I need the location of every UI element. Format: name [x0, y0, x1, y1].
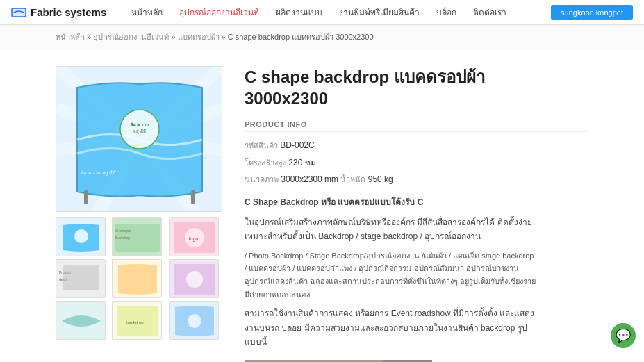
- sku-value: BD-002C: [280, 140, 314, 150]
- spec-row-1: รหัสสินค้า BD-002C: [245, 139, 588, 151]
- product-description: C Shape Backdrop หรือ แบคดรอปแบบโค้งรับ …: [245, 195, 536, 349]
- nav-premium[interactable]: งานพิมพ์พรีเมียมสินค้า: [331, 0, 428, 25]
- chat-bubble[interactable]: 💬: [611, 323, 636, 348]
- svg-point-35: [186, 271, 203, 288]
- thumb-4[interactable]: Product detail: [56, 259, 106, 298]
- main-image-svg: ลัด ความ อยู่ ดีมี ลัด ความ อยู่ ดีมี: [56, 67, 222, 211]
- nav-contact[interactable]: ติดต่อเรา: [465, 0, 515, 25]
- breadcrumb-current: C shape backdrop แบคดรอปผ้า 3000x2300: [228, 33, 374, 41]
- desc-3: สามารถใช้งานสินค้าการแสดง หร้อยการ Event…: [245, 306, 536, 349]
- thumb-9[interactable]: [169, 301, 219, 340]
- nav-production[interactable]: ผลิตงานแบบ: [267, 0, 331, 25]
- nav-home[interactable]: หน้าหลัก: [123, 0, 171, 25]
- thumb-7[interactable]: [56, 301, 106, 340]
- svg-text:logo: logo: [189, 236, 198, 242]
- logo-icon: [11, 5, 26, 20]
- spec-size: ขนาดภาพ 3000x2300 mm น้ำหนัก 950 kg: [245, 173, 393, 186]
- weight-value: 950 kg: [368, 174, 393, 184]
- product-title: C shape backdrop แบคดรอปผ้า 3000x2300: [245, 66, 588, 109]
- svg-point-41: [188, 314, 201, 328]
- desc-title: C Shape Backdrop หรือ แบคดรอปแบบโค้งรับ …: [245, 195, 536, 209]
- svg-text:ลัด ความ: ลัด ความ: [130, 122, 150, 127]
- thumb-5[interactable]: [112, 259, 162, 298]
- thumb-3[interactable]: logo: [169, 217, 219, 256]
- thumb-1[interactable]: [56, 217, 106, 256]
- breadcrumb-backdrop[interactable]: แบคดรอปผ้า: [178, 33, 220, 41]
- header: Fabric systems หน้าหลัก อุปกรณ์ออกงานอีเ…: [0, 0, 644, 25]
- desc-2: / Photo Backdrop / Stage Backdrop/อุปกรณ…: [245, 249, 536, 302]
- sku-label: รหัสสินค้า: [245, 141, 278, 149]
- thumb-6[interactable]: [169, 259, 219, 298]
- chat-icon: 💬: [616, 328, 631, 343]
- size-value: 3000x2300 mm: [281, 174, 338, 184]
- svg-text:backdrop: backdrop: [126, 320, 144, 324]
- thumbnail-grid: C-shape Backdrop logo Product detail: [56, 217, 222, 340]
- product-title-text: C shape backdrop แบคดรอปผ้า 3000x2300: [245, 67, 485, 108]
- size-label: ขนาดภาพ: [245, 175, 279, 183]
- product-gallery: ลัด ความ อยู่ ดีมี ลัด ความ อยู่ ดีมี: [56, 66, 222, 362]
- product-info-label: PRODUCT INFO: [245, 120, 588, 132]
- spec-row-3: ขนาดภาพ 3000x2300 mm น้ำหนัก 950 kg: [245, 173, 588, 186]
- logo-text: Fabric systems: [31, 6, 106, 18]
- nav-blog[interactable]: บล็อก: [428, 0, 465, 25]
- frame-label: โครงสร้างสูง: [245, 158, 286, 167]
- svg-rect-15: [84, 190, 88, 204]
- frame-value: 230 ซม: [288, 158, 315, 167]
- thumb-8[interactable]: backdrop: [112, 301, 162, 340]
- svg-rect-31: [63, 265, 99, 290]
- spec-row-2: โครงสร้างสูง 230 ซม: [245, 156, 588, 169]
- product-detail: C shape backdrop แบคดรอปผ้า 3000x2300 PR…: [245, 66, 588, 362]
- desc-1: ในอุปกรณ์เสริมสร้างภาพลักษณ์บริษัทหรืออง…: [245, 215, 536, 244]
- breadcrumb-home[interactable]: หน้าหลัก: [56, 33, 85, 41]
- svg-point-19: [74, 229, 88, 243]
- logo[interactable]: Fabric systems: [11, 5, 106, 20]
- svg-rect-23: [115, 224, 160, 252]
- thumb-2[interactable]: C-shape Backdrop: [112, 217, 162, 256]
- svg-text:อยู่ ดีมี: อยู่ ดีมี: [133, 129, 146, 134]
- spec-sku: รหัสสินค้า BD-002C: [245, 139, 315, 151]
- breadcrumb-equipment[interactable]: อุปกรณ์ออกงานอีเวนท์: [93, 33, 169, 41]
- main-image[interactable]: ลัด ความ อยู่ ดีมี ลัด ความ อยู่ ดีมี: [56, 66, 222, 212]
- svg-text:ลัด ความ อยู่ ดีมี: ลัด ความ อยู่ ดีมี: [81, 170, 116, 176]
- svg-rect-16: [191, 190, 195, 204]
- nav-equipment[interactable]: อุปกรณ์ออกงานอีเวนท์: [171, 0, 267, 25]
- main-content: ลัด ความ อยู่ ดีมี ลัด ความ อยู่ ดีมี: [0, 49, 644, 362]
- spec-frame: โครงสร้างสูง 230 ซม: [245, 156, 316, 169]
- breadcrumb: หน้าหลัก » อุปกรณ์ออกงานอีเวนท์ » แบคดรอ…: [0, 25, 644, 49]
- user-button[interactable]: sungkoon kongpet: [551, 5, 633, 20]
- weight-label: น้ำหนัก: [340, 175, 365, 183]
- main-nav: หน้าหลัก อุปกรณ์ออกงานอีเวนท์ ผลิตงานแบบ…: [123, 0, 551, 25]
